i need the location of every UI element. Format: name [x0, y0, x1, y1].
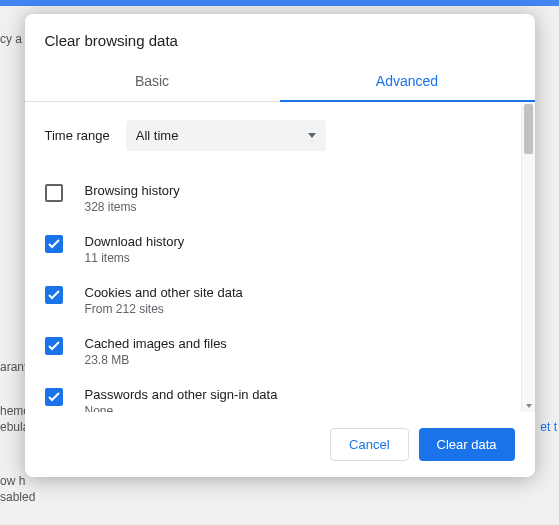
item-body: Browsing history 328 items	[85, 183, 180, 214]
checkbox-cached-images[interactable]	[45, 337, 63, 355]
list-item: Cached images and files 23.8 MB	[45, 326, 501, 377]
tab-advanced[interactable]: Advanced	[280, 61, 535, 101]
tab-bar: Basic Advanced	[25, 61, 535, 102]
item-label: Download history	[85, 234, 185, 249]
item-label: Browsing history	[85, 183, 180, 198]
scrollbar-thumb[interactable]	[524, 104, 533, 154]
item-sub: 23.8 MB	[85, 353, 227, 367]
item-sub: From 212 sites	[85, 302, 243, 316]
list-item: Download history 11 items	[45, 224, 501, 275]
checkbox-cookies[interactable]	[45, 286, 63, 304]
item-label: Passwords and other sign-in data	[85, 387, 278, 402]
item-sub: None	[85, 404, 278, 412]
list-item: Cookies and other site data From 212 sit…	[45, 275, 501, 326]
chevron-down-icon	[308, 133, 316, 138]
dialog-body: Time range All time Browsing history 328	[25, 102, 535, 412]
item-body: Download history 11 items	[85, 234, 185, 265]
scroll-down-icon[interactable]	[526, 404, 532, 408]
checkbox-browsing-history[interactable]	[45, 184, 63, 202]
list-item: Browsing history 328 items	[45, 173, 501, 224]
item-label: Cookies and other site data	[85, 285, 243, 300]
time-range-label: Time range	[45, 128, 110, 143]
scroll-content: Time range All time Browsing history 328	[25, 102, 521, 412]
item-body: Passwords and other sign-in data None	[85, 387, 278, 412]
checkbox-passwords[interactable]	[45, 388, 63, 406]
item-sub: 11 items	[85, 251, 185, 265]
time-range-row: Time range All time	[45, 120, 501, 151]
scrollbar[interactable]	[521, 102, 535, 412]
dialog-footer: Cancel Clear data	[25, 412, 535, 477]
tab-basic[interactable]: Basic	[25, 61, 280, 101]
time-range-value: All time	[136, 128, 179, 143]
modal-overlay: Clear browsing data Basic Advanced Time …	[0, 0, 559, 525]
item-body: Cookies and other site data From 212 sit…	[85, 285, 243, 316]
item-body: Cached images and files 23.8 MB	[85, 336, 227, 367]
item-sub: 328 items	[85, 200, 180, 214]
checkbox-download-history[interactable]	[45, 235, 63, 253]
clear-data-button[interactable]: Clear data	[419, 428, 515, 461]
data-type-list: Browsing history 328 items Download hist…	[45, 173, 501, 412]
cancel-button[interactable]: Cancel	[330, 428, 408, 461]
time-range-select[interactable]: All time	[126, 120, 326, 151]
list-item: Passwords and other sign-in data None	[45, 377, 501, 412]
clear-browsing-data-dialog: Clear browsing data Basic Advanced Time …	[25, 14, 535, 477]
dialog-title: Clear browsing data	[25, 14, 535, 61]
item-label: Cached images and files	[85, 336, 227, 351]
